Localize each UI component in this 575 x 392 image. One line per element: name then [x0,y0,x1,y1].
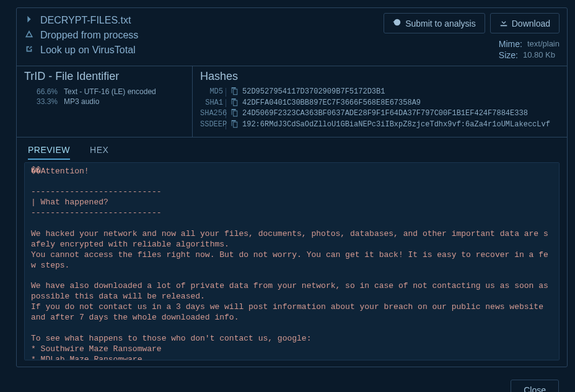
trid-title: TrID - File Identifier [24,70,185,83]
hash-value: 42DFFA0401C30BB897EC7F3666F568E8E67358A9 [242,99,421,108]
hash-label: SHA256 [200,110,226,118]
header-right: Submit to analysis Download Mime: text/p… [384,13,560,61]
filename: DECRYPT-FILES.txt [40,15,131,26]
size-label: Size: [499,50,518,60]
virustotal-row[interactable]: Look up on VirusTotal [24,43,384,58]
dropped-label: Dropped from process [40,30,138,41]
trid-desc: Text - UTF-16 (LE) encoded [64,87,156,96]
trid-pct: 33.3% [35,97,58,106]
header: DECRYPT-FILES.txt Dropped from process L… [17,8,567,66]
header-buttons: Submit to analysis Download [384,13,560,33]
trid-panel: TrID - File Identifier 66.6% Text - UTF-… [17,66,193,137]
download-icon [499,18,508,28]
preview-pane[interactable]: ��Attention! ---------------------------… [24,162,560,360]
mime-label: Mime: [499,39,522,49]
hash-label: MD5 [200,88,226,97]
meta-rows: Mime: text/plain Size: 10.80 Kb [499,38,560,61]
hash-row-ssdeep: SSDEEP 192:6RMdJ3CdSaOdZlloU1GBiaNEPc3iI… [200,120,560,131]
copy-icon[interactable] [230,87,239,98]
chevron-right-icon [24,15,34,26]
hash-row-sha256: SHA256 24D5069F2323CA363BF0637ADE28F9F1F… [200,108,560,120]
hash-value: 24D5069F2323CA363BF0637ADE28F9F1F64DA37F… [242,110,528,118]
hash-row-md5: MD5 52D9527954117D3702909B7F5172D3B1 [200,87,560,98]
trid-pct: 66.6% [35,87,58,96]
copy-icon[interactable] [230,98,239,109]
hash-label: SHA1 [200,99,226,108]
download-label: Download [512,19,550,28]
copy-icon[interactable] [230,108,239,120]
trid-row: 66.6% Text - UTF-16 (LE) encoded [24,87,185,97]
hash-value: 192:6RMdJ3CdSaOdZlloU1GBiaNEPc3iIBxpZ8zj… [242,121,550,129]
tabs: PREVIEW HEX [17,137,567,160]
size-row: Size: 10.80 Kb [499,50,560,61]
hash-row-sha1: SHA1 42DFFA0401C30BB897EC7F3666F568E8E67… [200,98,560,109]
tab-hex[interactable]: HEX [90,142,108,160]
dropped-row[interactable]: Dropped from process [24,28,384,43]
hashes-title: Hashes [200,70,560,83]
refresh-icon [393,18,402,28]
warning-icon [24,30,34,41]
submit-label: Submit to analysis [405,19,476,28]
size-value: 10.80 Kb [523,50,555,60]
mime-row: Mime: text/plain [499,38,560,50]
submit-analysis-button[interactable]: Submit to analysis [384,13,485,33]
tab-preview[interactable]: PREVIEW [28,142,70,160]
mime-value: text/plain [527,39,560,49]
trid-row: 33.3% MP3 audio [24,97,185,107]
hash-label: SSDEEP [200,121,226,129]
header-left: DECRYPT-FILES.txt Dropped from process L… [24,13,384,61]
trid-desc: MP3 audio [64,97,99,106]
filename-row[interactable]: DECRYPT-FILES.txt [24,13,384,28]
close-button[interactable]: Close [511,380,559,392]
download-button[interactable]: Download [490,13,560,33]
file-details-container: DECRYPT-FILES.txt Dropped from process L… [16,7,568,367]
info-grid: TrID - File Identifier 66.6% Text - UTF-… [17,66,567,137]
virustotal-label: Look up on VirusTotal [40,45,136,56]
hash-value: 52D9527954117D3702909B7F5172D3B1 [242,88,385,97]
hashes-panel: Hashes MD5 52D9527954117D3702909B7F5172D… [193,66,567,137]
copy-icon[interactable] [230,120,239,131]
footer: Close [0,367,575,392]
external-link-icon [24,45,34,56]
